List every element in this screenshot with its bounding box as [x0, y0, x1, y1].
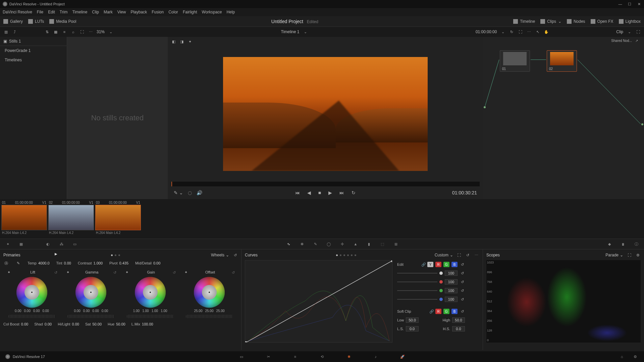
channel-r-button[interactable]: R [435, 262, 441, 267]
high-value[interactable]: 50.0 [452, 317, 465, 323]
sc-b-button[interactable]: B [451, 309, 458, 314]
settings-icon[interactable]: ⚙ [632, 353, 639, 360]
clip-mode[interactable]: Clip [616, 29, 623, 34]
toolbar-timeline[interactable]: Timeline [513, 19, 535, 24]
tracker-icon[interactable]: ✢ [339, 241, 345, 247]
hdr-icon[interactable]: ◐ [45, 241, 51, 247]
export-still-icon[interactable]: ⤴ [12, 29, 17, 35]
curves-icon[interactable]: ∿ [285, 241, 291, 247]
offset-picker-icon[interactable]: ✦ [183, 269, 189, 275]
gamma-val[interactable]: 0.00 [92, 309, 99, 313]
picker-icon[interactable]: ✎ ⌄ [174, 190, 183, 195]
keyframe-icon[interactable]: ◆ [606, 241, 612, 247]
lift-wheel[interactable] [16, 277, 47, 308]
auto-balance-icon[interactable]: ⓐ [3, 260, 9, 266]
expand-icon[interactable]: ⛶ [79, 29, 85, 35]
fullscreen-icon[interactable]: ⛶ [518, 29, 523, 35]
wheels-icon[interactable] [32, 241, 38, 247]
toolbar-openfx[interactable]: Open FX [591, 19, 613, 24]
sidebar-item-timelines[interactable]: Timelines [0, 55, 67, 65]
list-view-icon[interactable]: ≡ [62, 29, 67, 35]
contrast-value[interactable]: 1.000 [94, 261, 103, 265]
stop-button[interactable]: ■ [318, 190, 321, 195]
menu-timeline[interactable]: Timeline [72, 10, 87, 14]
more-icon[interactable]: ⋯ [88, 29, 93, 35]
pivot-value[interactable]: 0.435 [119, 261, 129, 265]
edit-reset-icon[interactable]: ↺ [460, 262, 465, 267]
gamma-jog[interactable] [67, 315, 114, 318]
scopes-settings-icon[interactable]: ⚙ [635, 252, 641, 258]
blur-icon[interactable]: ▮ [366, 241, 372, 247]
gamma-wheel[interactable] [75, 277, 106, 308]
bypass-icon[interactable]: ↻ [509, 29, 514, 35]
offset-val[interactable]: 25.00 [216, 309, 225, 313]
wheels-mode-dropdown[interactable]: Wheels ⌄ [211, 253, 229, 257]
primaries-reset-icon[interactable]: ↺ [232, 252, 238, 258]
scrub-bar[interactable] [171, 182, 480, 186]
color-page-icon[interactable]: ✺ [345, 353, 352, 360]
menu-fusion[interactable]: Fusion [152, 10, 164, 14]
gamma-val[interactable]: 0.00 [83, 309, 90, 313]
sort-icon[interactable]: ⇅ [44, 29, 50, 35]
dual-view-icon[interactable]: ▥ [3, 29, 9, 35]
sat-value[interactable]: 50.00 [92, 322, 102, 326]
intensity-y[interactable]: 100 [445, 270, 458, 276]
menu-trim[interactable]: Trim [60, 10, 68, 14]
timeline-chevron-icon[interactable]: ⌄ [303, 29, 308, 35]
fusion-page-icon[interactable]: ⟲ [319, 353, 325, 360]
grid-view-icon[interactable]: ▦ [53, 29, 58, 35]
magic-mask-icon[interactable]: ▲ [353, 241, 359, 247]
curves-expand-icon[interactable]: ⛶ [457, 252, 462, 258]
viewer-more-icon[interactable]: ⋯ [526, 29, 532, 35]
gain-reset-icon[interactable]: ↺ [172, 270, 176, 274]
curves-more-icon[interactable]: ⋯ [474, 252, 479, 258]
shad-value[interactable]: 0.00 [45, 322, 52, 326]
media-page-icon[interactable]: ▭ [238, 353, 245, 360]
key-icon[interactable]: ⬚ [379, 241, 385, 247]
menu-file[interactable]: File [37, 10, 43, 14]
intensity-b[interactable]: 100 [445, 297, 458, 302]
gain-wheel[interactable] [135, 277, 166, 308]
intensity-r[interactable]: 100 [445, 279, 458, 285]
lift-reset-icon[interactable]: ↺ [54, 270, 58, 274]
zoom-level[interactable]: 31% [97, 29, 105, 34]
loop-button[interactable]: ↻ [352, 190, 356, 195]
colboost-value[interactable]: 0.00 [21, 322, 28, 326]
wand-icon[interactable]: ✦ [187, 39, 193, 44]
warper-icon[interactable]: ❋ [299, 241, 305, 247]
play-button[interactable]: ▶ [328, 190, 332, 195]
clip-03[interactable]: 0301:00:00:00V1H.264 Main L4.2 [95, 200, 141, 235]
channel-g-button[interactable]: G [443, 262, 449, 267]
viewer-canvas[interactable] [223, 57, 428, 171]
reset-y-icon[interactable]: ↺ [460, 270, 465, 276]
tc-chevron-icon[interactable]: ⌄ [500, 29, 505, 35]
lmix-value[interactable]: 100.00 [142, 322, 153, 326]
reset-g-icon[interactable]: ↺ [460, 288, 465, 293]
gamma-picker-icon[interactable]: ✦ [65, 269, 70, 275]
menu-color[interactable]: Color [168, 10, 178, 14]
pick-wb-icon[interactable]: ✎ [15, 260, 21, 266]
hs-value[interactable]: 0.0 [452, 326, 465, 331]
channel-b-button[interactable]: B [451, 262, 458, 267]
link-icon[interactable]: 🔗 [421, 262, 425, 266]
toolbar-nodes[interactable]: Nodes [567, 19, 585, 24]
menu-view[interactable]: View [117, 10, 126, 14]
gain-val[interactable]: 1.00 [161, 309, 167, 313]
menu-clip[interactable]: Clip [92, 10, 99, 14]
gamma-reset-icon[interactable]: ↺ [113, 270, 117, 274]
highlight-icon[interactable]: ◧ [171, 39, 176, 44]
camera-raw-icon[interactable]: ✦ [5, 241, 11, 247]
hue-value[interactable]: 50.00 [116, 322, 125, 326]
minimize-button[interactable]: — [618, 2, 623, 6]
scopes-icon[interactable]: ⫼ [620, 241, 626, 247]
timeline-name[interactable]: Timeline 1 [281, 29, 300, 34]
ls-value[interactable]: 0.0 [406, 326, 419, 331]
zoom-chevron-icon[interactable]: ⌄ [108, 29, 113, 35]
gain-picker-icon[interactable]: ✦ [124, 269, 130, 275]
fairlight-page-icon[interactable]: ♪ [372, 353, 379, 360]
node-graph[interactable]: Shared Nod... ↗ 01 02 [483, 37, 644, 199]
gain-jog[interactable] [127, 315, 174, 318]
deliver-page-icon[interactable]: 🚀 [399, 353, 406, 360]
split-icon[interactable]: ◨ [179, 39, 184, 44]
gain-val[interactable]: 1.00 [133, 309, 140, 313]
